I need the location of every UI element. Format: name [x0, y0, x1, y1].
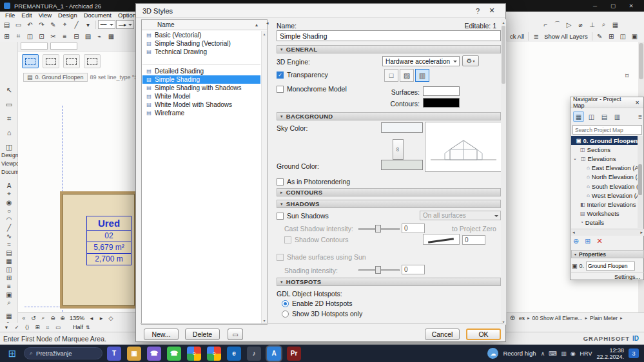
- general-section-header[interactable]: ▾ GENERAL: [277, 45, 501, 53]
- tree-item-interior-elevations[interactable]: ◧Interior Elevations: [571, 200, 639, 209]
- pen-set-icon[interactable]: ✎: [594, 32, 605, 41]
- tree-item-north-elevation[interactable]: ⌂North Elevation (Aut...: [571, 173, 639, 182]
- arc-icon[interactable]: ⌒: [552, 20, 563, 30]
- chrome-icon[interactable]: ○: [187, 347, 201, 361]
- settings-button[interactable]: Settings...: [571, 272, 644, 281]
- style-name-input[interactable]: [277, 30, 501, 41]
- marquee-variant[interactable]: [84, 54, 101, 68]
- navigator-horizontal-scrollbar[interactable]: ◂ ▸: [571, 229, 644, 236]
- properties-section-header[interactable]: ▾ Properties: [571, 250, 644, 258]
- section-tool-icon[interactable]: ≡: [3, 282, 15, 290]
- box-icon[interactable]: ⊡: [36, 32, 47, 41]
- style-list-item[interactable]: ▤Simple Shading: [142, 75, 260, 84]
- project-map-icon[interactable]: ▦: [573, 111, 584, 122]
- delete-button[interactable]: Delete: [185, 329, 220, 340]
- engine-settings-button[interactable]: ⚙ ▾: [462, 55, 479, 66]
- notification-badge[interactable]: 3: [629, 348, 639, 358]
- status-lead-icon[interactable]: ⊕: [509, 313, 516, 323]
- collapse-panel-icon[interactable]: ◂: [266, 21, 269, 26]
- toolbox-group-label[interactable]: Viewpoint: [0, 160, 18, 168]
- zoom-icon[interactable]: ⌕: [39, 313, 48, 323]
- undo-icon[interactable]: ↶: [24, 20, 35, 30]
- phone-link-icon[interactable]: ☎: [147, 347, 161, 361]
- style-list-item[interactable]: ▤Simple Shading (Vectorial): [142, 39, 260, 48]
- menu-item[interactable]: File: [2, 12, 18, 19]
- list-divider[interactable]: [142, 56, 260, 65]
- line-type-combo[interactable]: ━━: [98, 20, 115, 29]
- weather-label[interactable]: Record high: [503, 350, 536, 357]
- shading-intensity-value[interactable]: 0: [402, 265, 425, 274]
- teams-icon[interactable]: T: [107, 347, 121, 361]
- taskbar-search[interactable]: ⌕ Pretraživanje: [24, 347, 102, 359]
- help-icon[interactable]: ?: [471, 7, 485, 15]
- scrollbar-thumb[interactable]: [638, 164, 642, 195]
- navigator-titlebar[interactable]: Navigator - Project Map ✕: [571, 97, 643, 108]
- audio-app-icon[interactable]: ♪: [247, 347, 261, 361]
- redo-icon[interactable]: ↷: [36, 20, 47, 30]
- language-indicator[interactable]: HRV: [580, 350, 592, 357]
- style-list-item[interactable]: ▤Technical Drawing: [142, 48, 260, 56]
- close-button[interactable]: ✕: [622, 3, 640, 9]
- scroll-right-icon[interactable]: ▸: [640, 230, 643, 235]
- list-header[interactable]: Name ▴: [142, 20, 267, 30]
- object-tool-icon[interactable]: ◉: [3, 198, 15, 206]
- triangle-icon[interactable]: ▷: [563, 20, 574, 30]
- chevron-icon[interactable]: ▸: [527, 316, 530, 321]
- link-colors-button[interactable]: ∞: [393, 139, 404, 160]
- marquee-variant[interactable]: [63, 54, 80, 68]
- engine-combo[interactable]: Hardware acceleration: [382, 56, 460, 66]
- ground-color-swatch[interactable]: [381, 160, 423, 170]
- taskbar-clock[interactable]: 12:38 22.2.2024.: [596, 347, 624, 360]
- roof-tool-icon[interactable]: ⌂: [3, 128, 15, 138]
- camera-tool-icon[interactable]: ▣: [3, 291, 15, 298]
- monochrome-checkbox[interactable]: Monochrome Model: [277, 85, 347, 93]
- shadow-surfaces-combo[interactable]: On all surfaces: [420, 211, 501, 220]
- photorendering-checkbox[interactable]: As in Photorendering: [277, 178, 350, 186]
- tracker-dropdown-icon[interactable]: ▾: [2, 323, 11, 331]
- shadow-contours-value[interactable]: 0: [462, 235, 485, 245]
- find-icon[interactable]: ⌕: [598, 20, 609, 30]
- battery-icon[interactable]: ▥: [561, 350, 567, 357]
- status-segment[interactable]: es: [518, 315, 526, 321]
- show-3d-hotspots-radio[interactable]: Show 3D Hotspots only: [282, 310, 362, 318]
- transparency-checkbox[interactable]: ✓ Transparency: [277, 71, 328, 79]
- guides-icon[interactable]: ⌗: [13, 32, 24, 41]
- scrollbar-thumb[interactable]: [639, 43, 643, 79]
- tree-item-south-elevation[interactable]: ⌂South Elevation (Au...: [571, 182, 639, 191]
- slider-thumb[interactable]: [375, 266, 381, 274]
- add-viewpoint-icon[interactable]: ⊕: [573, 237, 579, 245]
- surfaces-color-swatch[interactable]: [423, 86, 460, 96]
- tree-item-details[interactable]: ◔Details: [571, 218, 639, 227]
- subtract-icon[interactable]: ⊟: [71, 32, 82, 41]
- line-tool-icon[interactable]: ╱: [71, 20, 82, 30]
- detail-tool-icon[interactable]: ⌕: [3, 299, 15, 307]
- cast-intensity-value[interactable]: 0: [402, 224, 425, 233]
- polyline-tool-icon[interactable]: ≈: [3, 240, 15, 248]
- slider-thumb[interactable]: [375, 225, 381, 233]
- chevron-icon[interactable]: ▸: [620, 316, 623, 321]
- new-button[interactable]: New...: [144, 329, 179, 340]
- expand-arrow-icon[interactable]: ⌄: [573, 156, 579, 161]
- orientation-icon[interactable]: ◇: [106, 313, 115, 323]
- marquee-tool[interactable]: [22, 54, 39, 68]
- whatsapp-icon[interactable]: ☎: [167, 347, 181, 361]
- scroll-up-icon[interactable]: ▴: [263, 32, 265, 36]
- menu-item[interactable]: Edit: [18, 12, 35, 19]
- layers-icon[interactable]: ≡: [59, 32, 70, 41]
- style-list-item[interactable]: ▤White Model: [142, 92, 260, 100]
- cast-intensity-slider[interactable]: [358, 224, 400, 233]
- background-section-header[interactable]: ▾ BACKGROUND: [277, 112, 501, 120]
- style-list-item[interactable]: ▤White Model with Shadows: [142, 100, 260, 109]
- publisher-icon[interactable]: ▥: [612, 111, 623, 122]
- menu-item[interactable]: Document: [81, 12, 115, 19]
- zone-tool-icon[interactable]: ◫: [3, 265, 15, 273]
- transparency-partial-icon[interactable]: ▨: [400, 69, 414, 82]
- open-file-icon[interactable]: ▭: [13, 20, 24, 30]
- line-tool-icon[interactable]: ╱: [3, 224, 15, 231]
- lock-all-label[interactable]: ck All: [508, 33, 526, 40]
- story-tab[interactable]: ▤ 0. Ground Floopen: [23, 73, 88, 82]
- tree-item-east-elevation[interactable]: ⌂East Elevation (Auto-r...: [571, 164, 639, 173]
- style-list-item[interactable]: ▤Detailed Shading: [142, 67, 260, 75]
- edge-icon[interactable]: e: [227, 347, 241, 361]
- scroll-up-icon[interactable]: ▴: [502, 20, 504, 24]
